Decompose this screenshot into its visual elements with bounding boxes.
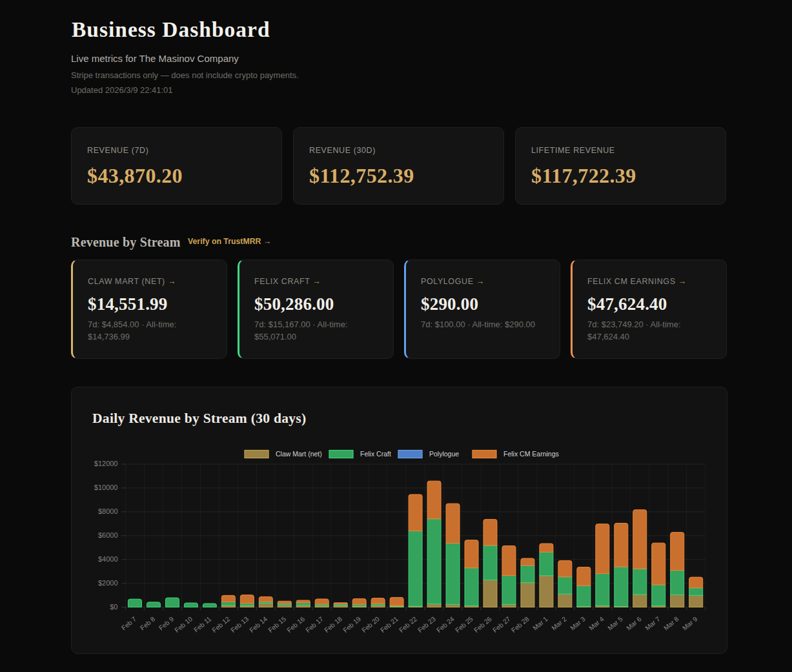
svg-text:Mar 5: Mar 5 xyxy=(606,615,624,632)
svg-text:Mar 6: Mar 6 xyxy=(625,615,642,632)
svg-text:$2000: $2000 xyxy=(98,579,118,587)
svg-text:Feb 10: Feb 10 xyxy=(174,615,194,634)
svg-text:$6000: $6000 xyxy=(98,531,118,539)
svg-text:Feb 16: Feb 16 xyxy=(285,615,306,634)
svg-text:Mar 4: Mar 4 xyxy=(587,615,605,632)
svg-text:Claw Mart (net): Claw Mart (net) xyxy=(276,450,322,458)
svg-text:Feb 19: Feb 19 xyxy=(341,615,362,634)
svg-text:$4000: $4000 xyxy=(98,555,118,563)
svg-text:Feb 7: Feb 7 xyxy=(120,615,137,632)
svg-text:Feb 27: Feb 27 xyxy=(491,615,512,634)
svg-text:Feb 24: Feb 24 xyxy=(435,615,456,634)
svg-text:$12000: $12000 xyxy=(94,460,118,467)
svg-text:Feb 17: Feb 17 xyxy=(304,615,325,634)
svg-text:Mar 1: Mar 1 xyxy=(531,615,549,632)
svg-text:$0: $0 xyxy=(110,603,117,611)
svg-text:Feb 13: Feb 13 xyxy=(229,615,250,634)
svg-text:Polylogue: Polylogue xyxy=(429,450,459,458)
svg-text:Mar 8: Mar 8 xyxy=(662,615,680,632)
svg-text:Feb 12: Feb 12 xyxy=(211,615,232,634)
svg-text:$8000: $8000 xyxy=(98,507,118,515)
svg-text:Feb 18: Feb 18 xyxy=(323,615,343,634)
svg-text:Feb 21: Feb 21 xyxy=(379,615,400,634)
svg-text:Mar 3: Mar 3 xyxy=(569,615,586,632)
svg-text:Feb 26: Feb 26 xyxy=(472,615,493,634)
svg-text:Feb 14: Feb 14 xyxy=(248,615,269,634)
svg-text:Mar 7: Mar 7 xyxy=(644,615,661,632)
svg-text:Feb 20: Feb 20 xyxy=(360,615,381,634)
svg-text:Feb 28: Feb 28 xyxy=(510,615,531,634)
svg-text:Mar 9: Mar 9 xyxy=(681,615,698,632)
svg-text:Felix CM Earnings: Felix CM Earnings xyxy=(503,450,559,458)
svg-text:Felix Craft: Felix Craft xyxy=(360,450,391,458)
svg-text:Feb 8: Feb 8 xyxy=(139,615,156,632)
svg-text:Feb 11: Feb 11 xyxy=(192,615,212,634)
svg-text:Feb 9: Feb 9 xyxy=(157,615,175,632)
svg-text:Mar 2: Mar 2 xyxy=(550,615,567,632)
svg-text:Feb 22: Feb 22 xyxy=(398,615,418,634)
svg-text:Feb 25: Feb 25 xyxy=(454,615,474,634)
svg-text:Feb 15: Feb 15 xyxy=(267,615,287,634)
svg-text:$10000: $10000 xyxy=(94,484,118,491)
svg-text:Feb 23: Feb 23 xyxy=(416,615,437,634)
